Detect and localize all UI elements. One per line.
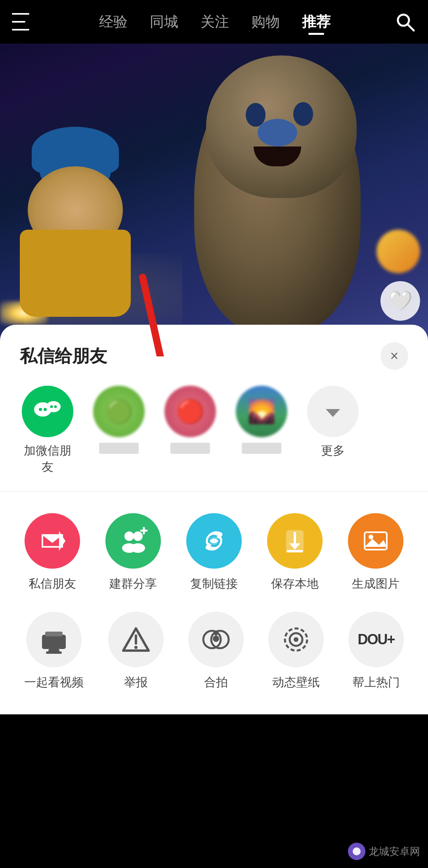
contact-name-3 bbox=[242, 443, 281, 454]
nav-tab-shop[interactable]: 购物 bbox=[240, 8, 291, 36]
svg-point-17 bbox=[131, 543, 145, 553]
action-save-local[interactable]: 保存本地 bbox=[267, 513, 323, 592]
bottom-sheet: 私信给朋友 × 加微信朋友 🟢 bbox=[0, 325, 428, 714]
search-icon[interactable] bbox=[394, 11, 416, 33]
contact-row: 加微信朋友 🟢 🔴 🌄 bbox=[0, 382, 428, 487]
watermark: 龙城安卓网 bbox=[348, 843, 420, 860]
action-report[interactable]: 举报 bbox=[108, 612, 164, 691]
svg-point-7 bbox=[44, 408, 47, 411]
svg-point-37 bbox=[213, 636, 219, 642]
svg-point-6 bbox=[39, 408, 42, 411]
svg-point-5 bbox=[46, 401, 61, 412]
divider-1 bbox=[0, 491, 428, 492]
bear-head bbox=[206, 55, 357, 198]
contact-name-2 bbox=[170, 443, 210, 454]
contact-1[interactable]: 🟢 bbox=[87, 386, 151, 454]
svg-point-8 bbox=[50, 405, 53, 408]
sheet-header: 私信给朋友 × bbox=[0, 325, 428, 382]
sheet-title: 私信给朋友 bbox=[20, 345, 107, 368]
action-copy-link[interactable]: 复制链接 bbox=[186, 513, 242, 592]
svg-rect-28 bbox=[42, 635, 66, 649]
nav-tab-recommend[interactable]: 推荐 bbox=[291, 8, 342, 36]
action-generate-image[interactable]: 生成图片 bbox=[348, 513, 403, 592]
heart-icon[interactable]: 🤍 bbox=[380, 281, 420, 321]
action-trending[interactable]: DOU+ 帮上热门 bbox=[348, 612, 404, 691]
group-share-label: 建群分享 bbox=[109, 576, 157, 592]
sheet-close-button[interactable]: × bbox=[380, 342, 408, 370]
more-label: 更多 bbox=[321, 443, 345, 459]
private-message-icon bbox=[25, 513, 80, 569]
action-row-1: 私信朋友 建群分享 bbox=[0, 496, 428, 600]
generate-image-icon bbox=[348, 513, 403, 569]
svg-marker-10 bbox=[326, 409, 340, 417]
svg-point-26 bbox=[369, 535, 373, 539]
generate-image-label: 生成图片 bbox=[352, 576, 399, 592]
trending-label: 帮上热门 bbox=[352, 674, 400, 691]
copy-link-label: 复制链接 bbox=[190, 576, 238, 592]
contact-avatar-3: 🌄 bbox=[236, 386, 287, 437]
save-local-label: 保存本地 bbox=[271, 576, 319, 592]
live-wallpaper-icon bbox=[268, 612, 324, 667]
save-local-icon bbox=[267, 513, 323, 569]
character-body bbox=[20, 230, 131, 317]
svg-marker-13 bbox=[59, 531, 65, 551]
wechat-avatar bbox=[22, 386, 73, 437]
svg-point-41 bbox=[294, 637, 298, 642]
avatar-blurred bbox=[376, 230, 420, 273]
svg-point-38 bbox=[214, 632, 218, 636]
svg-point-15 bbox=[133, 531, 143, 541]
collab-icon bbox=[188, 612, 244, 667]
action-watch-together[interactable]: 一起看视频 bbox=[24, 612, 84, 691]
svg-point-42 bbox=[353, 847, 361, 855]
action-private-message[interactable]: 私信朋友 bbox=[25, 513, 80, 592]
svg-marker-27 bbox=[365, 539, 387, 547]
private-message-label: 私信朋友 bbox=[29, 576, 76, 592]
wechat-label: 加微信朋友 bbox=[20, 443, 75, 475]
contact-3[interactable]: 🌄 bbox=[230, 386, 293, 454]
collab-label: 合拍 bbox=[204, 674, 228, 691]
action-row-2: 一起看视频 举报 合拍 bbox=[0, 600, 428, 699]
svg-rect-31 bbox=[46, 651, 62, 654]
nav-tab-experience[interactable]: 经验 bbox=[88, 8, 139, 36]
bear-scene: 🤍 bbox=[0, 0, 428, 356]
nav-tabs: 经验 同城 关注 购物 推荐 bbox=[36, 8, 394, 36]
report-icon bbox=[108, 612, 164, 667]
contact-avatar-1: 🟢 bbox=[93, 386, 145, 437]
svg-line-1 bbox=[407, 24, 414, 30]
character-small bbox=[12, 127, 147, 317]
contact-avatar-2: 🔴 bbox=[164, 386, 216, 437]
action-live-wallpaper[interactable]: 动态壁纸 bbox=[268, 612, 324, 691]
watermark-text: 龙城安卓网 bbox=[369, 845, 420, 858]
svg-point-9 bbox=[54, 405, 57, 408]
copy-link-icon bbox=[186, 513, 242, 569]
video-area: 🤍 bbox=[0, 0, 428, 356]
action-collab[interactable]: 合拍 bbox=[188, 612, 244, 691]
nav-tab-tongcheng[interactable]: 同城 bbox=[139, 8, 189, 36]
top-navigation: 经验 同城 关注 购物 推荐 bbox=[0, 0, 428, 44]
contact-name-1 bbox=[99, 443, 139, 454]
report-label: 举报 bbox=[124, 674, 148, 691]
trending-icon: DOU+ bbox=[348, 612, 404, 667]
bear-eye-right bbox=[293, 102, 313, 126]
watch-together-label: 一起看视频 bbox=[24, 674, 84, 691]
group-share-icon bbox=[105, 513, 161, 569]
contact-2[interactable]: 🔴 bbox=[159, 386, 222, 454]
action-group-share[interactable]: 建群分享 bbox=[105, 513, 161, 592]
bear-large bbox=[174, 32, 396, 333]
bear-nose bbox=[258, 119, 297, 147]
menu-icon[interactable] bbox=[12, 13, 36, 30]
watch-together-icon bbox=[26, 612, 82, 667]
nav-tab-follow[interactable]: 关注 bbox=[189, 8, 240, 36]
bear-mouth bbox=[254, 147, 301, 166]
svg-rect-29 bbox=[45, 632, 63, 636]
contact-more[interactable]: 更多 bbox=[301, 386, 365, 459]
svg-marker-12 bbox=[43, 536, 61, 543]
contact-wechat[interactable]: 加微信朋友 bbox=[16, 386, 79, 475]
watermark-icon bbox=[348, 843, 365, 860]
live-wallpaper-label: 动态壁纸 bbox=[272, 674, 320, 691]
svg-point-34 bbox=[134, 646, 138, 649]
more-button[interactable] bbox=[307, 386, 359, 437]
svg-point-14 bbox=[124, 531, 134, 541]
